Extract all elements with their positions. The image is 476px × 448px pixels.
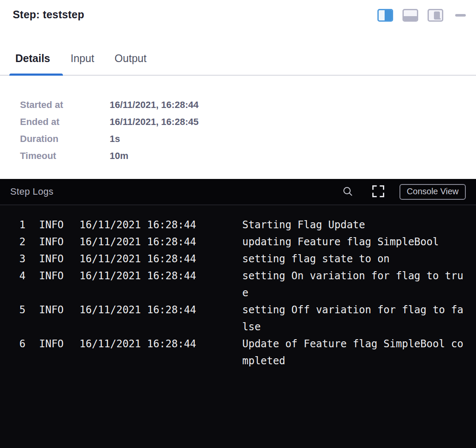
log-message: updating Feature flag SimpleBool [242,233,466,250]
log-line-number: 6 [10,335,26,369]
log-row: 1 INFO 16/11/2021 16:28:44 Starting Flag… [0,216,476,233]
log-level: INFO [26,233,79,250]
log-timestamp: 16/11/2021 16:28:44 [79,216,242,233]
log-timestamp: 16/11/2021 16:28:44 [79,233,242,250]
detail-value-duration: 1s [110,133,198,145]
tab-details[interactable]: Details [15,51,50,66]
log-row: 4 INFO 16/11/2021 16:28:44 setting On va… [0,267,476,301]
layout-split-right-icon[interactable] [377,9,393,22]
log-row: 3 INFO 16/11/2021 16:28:44 setting flag … [0,250,476,267]
detail-row: Timeout 10m [20,147,198,164]
detail-label-timeout: Timeout [20,150,110,162]
log-level: INFO [26,216,79,233]
tab-input[interactable]: Input [71,51,94,66]
log-row: 2 INFO 16/11/2021 16:28:44 updating Feat… [0,233,476,250]
detail-label-started-at: Started at [20,99,110,111]
layout-bottom-icon[interactable] [402,9,418,22]
detail-row: Duration 1s [20,130,198,147]
window-layout-controls [377,9,466,22]
layout-floating-icon[interactable] [428,9,443,22]
log-row: 6 INFO 16/11/2021 16:28:44 Update of Fea… [0,335,476,369]
detail-label-ended-at: Ended at [20,116,110,128]
search-icon [343,186,353,198]
log-timestamp: 16/11/2021 16:28:44 [79,301,242,335]
minimize-icon[interactable] [455,14,466,17]
log-line-number: 3 [10,250,26,267]
log-viewer[interactable]: 1 INFO 16/11/2021 16:28:44 Starting Flag… [0,205,476,369]
expand-fullscreen-icon [371,184,385,199]
log-line-number: 1 [10,216,26,233]
log-line-number: 4 [10,267,26,301]
layout-split-right-fill [385,10,392,20]
log-message: Starting Flag Update [242,216,466,233]
detail-row: Started at 16/11/2021, 16:28:44 [20,96,198,113]
log-message: setting flag state to on [242,250,466,267]
step-logs-header: Step Logs Console View [0,179,476,205]
log-row: 5 INFO 16/11/2021 16:28:44 setting Off v… [0,301,476,335]
log-timestamp: 16/11/2021 16:28:44 [79,250,242,267]
log-line-number: 5 [10,301,26,335]
detail-value-ended-at: 16/11/2021, 16:28:45 [110,116,198,128]
step-logs-title: Step Logs [10,186,343,197]
log-level: INFO [26,250,79,267]
detail-row: Ended at 16/11/2021, 16:28:45 [20,113,198,130]
layout-bottom-fill [404,16,417,20]
log-level: INFO [26,267,79,301]
log-message: setting Off variation for flag to false [242,301,466,335]
log-message: Update of Feature flag SimpleBool comple… [242,335,466,369]
detail-label-duration: Duration [20,133,110,145]
tab-separator [0,75,476,76]
active-tab-underline [9,74,63,76]
log-message: setting On variation for flag to true [242,267,466,301]
log-timestamp: 16/11/2021 16:28:44 [79,335,242,369]
detail-value-started-at: 16/11/2021, 16:28:44 [110,99,198,111]
search-button[interactable] [343,186,353,198]
layout-floating-dash [437,18,441,20]
log-level: INFO [26,335,79,369]
panel-header: Step: teststep [13,9,466,22]
tab-bar: Details Input Output [15,51,147,66]
tab-output[interactable]: Output [115,51,147,66]
expand-button[interactable] [371,184,385,199]
step-panel: Step: teststep Details Input Output Star… [0,0,476,179]
console-view-button[interactable]: Console View [400,184,466,200]
log-level: INFO [26,301,79,335]
page-title: Step: teststep [13,9,84,21]
detail-value-timeout: 10m [110,150,198,162]
step-logs-panel: Step Logs Console View 1 [0,179,476,448]
log-line-number: 2 [10,233,26,250]
step-details: Started at 16/11/2021, 16:28:44 Ended at… [20,96,198,164]
log-timestamp: 16/11/2021 16:28:44 [79,267,242,301]
